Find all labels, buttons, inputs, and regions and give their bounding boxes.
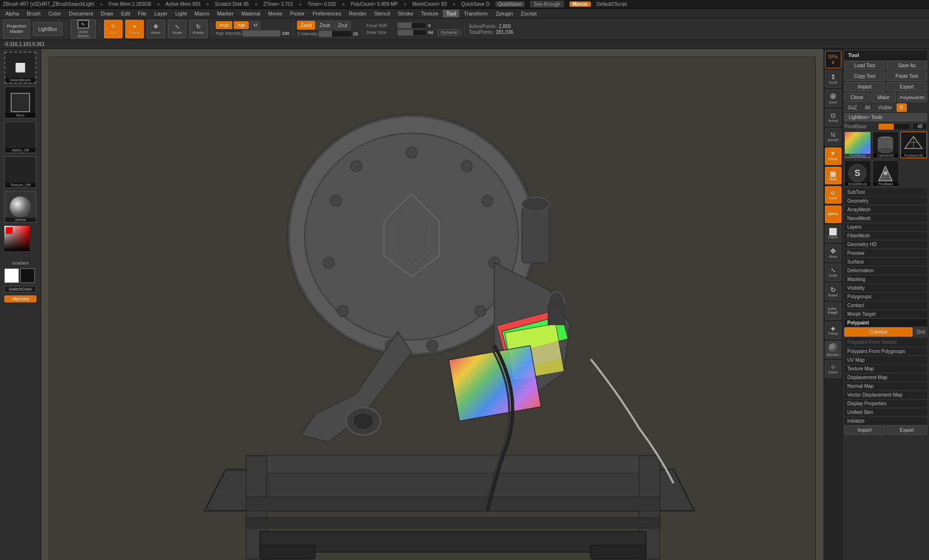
rect-thumb[interactable]: Rect — [4, 87, 36, 118]
viewport-3d[interactable] — [49, 57, 815, 560]
menu-layer[interactable]: Layer — [151, 10, 171, 17]
menu-stroke[interactable]: Stroke — [394, 10, 417, 17]
menu-light[interactable]: Light — [172, 10, 190, 17]
goz-btn[interactable]: GoZ — [844, 103, 860, 112]
visibility-section[interactable]: Visibility — [844, 284, 927, 292]
see-through-btn[interactable]: See-through — [530, 1, 564, 7]
local-btn[interactable]: ⊙ Local — [825, 186, 841, 204]
nano-mesh-section[interactable]: NanoMesh — [844, 215, 927, 222]
export-btn[interactable]: Export — [886, 82, 927, 91]
vector-displacement-map-section[interactable]: Vector Displacement Map — [844, 391, 927, 398]
alpha-thumb[interactable]: Alpha_Off — [4, 121, 36, 153]
geometry-section[interactable]: Geometry — [844, 197, 927, 205]
m-btn[interactable]: M — [250, 21, 261, 29]
polygroups-section[interactable]: Polygroups — [844, 293, 927, 300]
rgb-btn[interactable]: Rgb — [234, 21, 249, 29]
layers-section[interactable]: Layers — [844, 223, 927, 231]
menu-material[interactable]: Material — [238, 10, 264, 17]
menu-brush[interactable]: Brush — [23, 10, 44, 17]
deformation-section[interactable]: Deformation — [844, 267, 927, 274]
clone-btn[interactable]: Clone — [844, 93, 869, 102]
menu-file[interactable]: File — [135, 10, 150, 17]
masking-section[interactable]: Masking — [844, 276, 927, 283]
draw-size-slider[interactable] — [397, 29, 426, 36]
quick-sketch-btn[interactable]: ✎ QuickSketch — [71, 19, 96, 39]
import-btn[interactable]: Import — [844, 82, 885, 91]
switch-color-btn[interactable]: SwitchColor — [4, 286, 36, 293]
save-btn[interactable]: QuickSave — [495, 1, 524, 7]
pivot-slider[interactable] — [878, 123, 911, 130]
frame-btn[interactable]: ⬜ Frame — [825, 225, 841, 242]
displacement-map-section[interactable]: Displacement Map — [844, 374, 927, 381]
projection-master-btn[interactable]: ProjectionMaster — [3, 19, 30, 39]
export-bottom-btn[interactable]: Export — [886, 426, 927, 435]
move-icon-btn[interactable]: ✥ Move — [825, 244, 841, 262]
tool-thumb-2[interactable]: Cylinder3D — [872, 132, 899, 158]
make-btn[interactable]: Make — [871, 93, 896, 102]
persp-btn[interactable]: P Persp — [825, 147, 841, 165]
menus-btn[interactable]: Menus — [569, 1, 591, 7]
menu-stencil[interactable]: Stencil — [371, 10, 393, 17]
transp-btn[interactable]: ◈ Transp — [825, 322, 841, 339]
menu-picker[interactable]: Picker — [286, 10, 308, 17]
polypaint-from-polygroups[interactable]: Polypaint From Polygroups — [844, 348, 927, 355]
move-btn[interactable]: ✥ Move — [147, 20, 165, 38]
white-swatch[interactable] — [4, 268, 19, 283]
floor-btn[interactable]: ▦ Floor — [825, 167, 841, 184]
tool-thumb-3[interactable]: PolyMesh3D — [900, 132, 927, 158]
menu-movie[interactable]: Movie — [265, 10, 285, 17]
fiber-mesh-section[interactable]: FiberMesh — [844, 232, 927, 239]
menu-tool[interactable]: Tool — [443, 10, 459, 17]
viewport[interactable] — [41, 49, 824, 560]
scroll-btn[interactable]: ⇕ Scroll — [825, 70, 841, 88]
texture-map-section[interactable]: Texture Map — [844, 365, 927, 372]
aahalf-btn[interactable]: ½ AAHalf — [825, 128, 841, 146]
menu-document[interactable]: Document — [65, 10, 96, 17]
uv-map-section[interactable]: UV Map — [844, 356, 927, 364]
menu-transform[interactable]: Transform — [460, 10, 491, 17]
visible-btn[interactable]: Visible — [875, 103, 896, 112]
z-intensity-slider[interactable] — [318, 30, 352, 37]
polypaint-section[interactable]: Polypaint — [844, 319, 927, 326]
menu-edit[interactable]: Edit — [118, 10, 134, 17]
subtool-section[interactable]: SubTool — [844, 189, 927, 196]
select-brush-thumb[interactable]: ⬜ SelectBrush — [4, 52, 36, 84]
zsub-btn[interactable]: Zsub — [316, 21, 333, 29]
zcut-btn[interactable]: Zcut — [335, 21, 351, 29]
surface-section[interactable]: Surface — [844, 258, 927, 265]
material-thumb[interactable]: Zbetal — [4, 191, 36, 223]
load-tool-btn[interactable]: Load Tool — [844, 61, 885, 70]
display-properties-section[interactable]: Display Properties — [844, 400, 927, 407]
alternate-btn[interactable]: Alternate — [4, 295, 36, 302]
texture-thumb[interactable]: Texture_Off — [4, 156, 36, 188]
zadd-btn[interactable]: Zadd — [297, 21, 315, 29]
initialize-section[interactable]: Initialize — [844, 417, 927, 425]
dynamic-btn[interactable]: Dynamic — [438, 29, 461, 36]
gxyz-btn[interactable]: GXYz — [825, 206, 841, 223]
rotate-btn[interactable]: ↻ Rotate — [189, 20, 208, 38]
focal-slider[interactable] — [397, 22, 426, 29]
brender-btn[interactable]: Brender — [825, 341, 841, 358]
scale-icon-btn[interactable]: ⤡ Scale — [825, 264, 841, 281]
rgb-intensity-slider[interactable] — [242, 30, 281, 37]
morph-target-section[interactable]: Morph Target — [844, 310, 927, 318]
array-mesh-section[interactable]: ArrayMesh — [844, 206, 927, 213]
menu-render[interactable]: Render — [345, 10, 370, 17]
geometry-hd-section[interactable]: Geometry HD — [844, 241, 927, 248]
menu-texture[interactable]: Texture — [418, 10, 442, 17]
menu-macro[interactable]: Macro — [191, 10, 213, 17]
menu-zscript[interactable]: Zscript — [517, 10, 540, 17]
color-picker[interactable] — [4, 226, 36, 258]
r-btn[interactable]: R — [897, 103, 907, 112]
draw-btn[interactable]: ✦ Draw — [125, 20, 144, 38]
rotate-icon-btn[interactable]: ↻ Rotate — [825, 283, 841, 300]
normal-map-section[interactable]: Normal Map — [844, 383, 927, 390]
paste-tool-btn[interactable]: Paste Tool — [886, 72, 927, 81]
actual-btn[interactable]: ⊡ Actual — [825, 109, 841, 126]
menu-marker[interactable]: Marker — [214, 10, 237, 17]
colorize-btn[interactable]: Colorize — [844, 327, 913, 337]
lrpa-polyf-btn[interactable]: LrPaPolyF — [825, 302, 841, 320]
edit-btn[interactable]: ✎ Edit — [104, 20, 122, 38]
tool-thumb-5[interactable]: PivotBase — [872, 160, 899, 187]
menu-alpha[interactable]: Alpha — [2, 10, 22, 17]
